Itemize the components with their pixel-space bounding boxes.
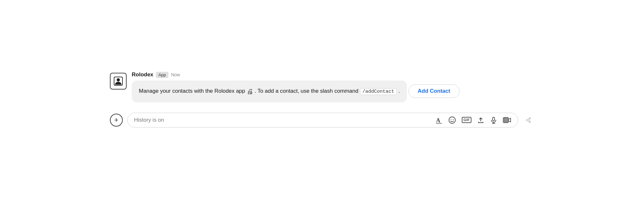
plus-icon: +	[114, 116, 119, 124]
gif-button[interactable]: GIF	[462, 117, 471, 123]
upload-icon	[477, 117, 484, 124]
emoji-button[interactable]	[448, 116, 456, 124]
emoji-icon	[448, 116, 456, 124]
svg-point-5	[451, 119, 451, 120]
timestamp: Now	[171, 72, 180, 77]
svg-text:A: A	[436, 117, 440, 124]
microphone-icon	[490, 117, 497, 124]
video-button[interactable]	[503, 117, 511, 124]
app-badge: App	[156, 72, 168, 78]
text-format-button[interactable]: A	[435, 117, 443, 124]
video-icon	[503, 117, 511, 124]
svg-point-6	[453, 119, 453, 120]
avatar	[110, 73, 127, 90]
send-icon	[524, 116, 532, 124]
input-area: A GIF	[127, 113, 518, 128]
message-input[interactable]	[134, 117, 432, 123]
send-button[interactable]	[523, 114, 534, 126]
microphone-button[interactable]	[490, 117, 497, 124]
message-bubble: Manage your contacts with the Rolodex ap…	[132, 81, 407, 102]
plus-button[interactable]: +	[110, 114, 123, 127]
input-icons: A GIF	[435, 116, 511, 124]
slash-command-code: /addContact	[360, 88, 397, 95]
add-contact-button[interactable]: Add Contact	[408, 84, 460, 98]
svg-rect-7	[493, 117, 495, 121]
message-header: Rolodex App Now	[132, 71, 534, 78]
main-container: Rolodex App Now Manage your contacts wit…	[97, 65, 547, 134]
upload-button[interactable]	[477, 117, 484, 124]
message-text-before: Manage your contacts with the Rolodex ap…	[139, 88, 245, 94]
message-row: Rolodex App Now Manage your contacts wit…	[110, 71, 534, 102]
rolodex-emoji: 🖨	[247, 88, 253, 95]
sender-name: Rolodex	[132, 71, 153, 78]
message-text-after: .	[398, 88, 400, 94]
text-format-icon: A	[435, 117, 443, 124]
svg-point-4	[449, 117, 455, 123]
gif-icon: GIF	[462, 117, 471, 123]
message-content: Rolodex App Now Manage your contacts wit…	[132, 71, 534, 102]
avatar-icon	[113, 76, 123, 86]
input-row: + A	[110, 113, 534, 128]
message-text-middle: . To add a contact, use the slash comman…	[255, 88, 358, 94]
svg-point-1	[117, 78, 120, 81]
